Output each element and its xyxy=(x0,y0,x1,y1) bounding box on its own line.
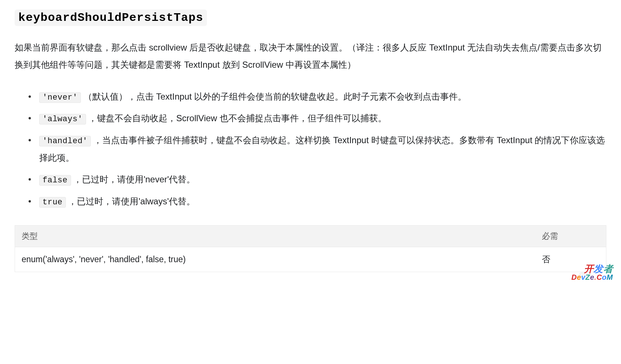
enum-values-list: 'never' （默认值），点击 TextInput 以外的子组件会使当前的软键… xyxy=(15,88,606,211)
enum-desc: （默认值），点击 TextInput 以外的子组件会使当前的软键盘收起。此时子元… xyxy=(83,92,467,101)
enum-code-always: 'always' xyxy=(39,114,86,125)
enum-desc: ，已过时，请使用'never'代替。 xyxy=(73,174,195,184)
enum-code-handled: 'handled' xyxy=(39,136,91,146)
enum-code-never: 'never' xyxy=(39,92,81,103)
list-item: 'handled' ，当点击事件被子组件捕获时，键盘不会自动收起。这样切换 Te… xyxy=(35,132,606,167)
table-cell-type: enum('always', 'never', 'handled', false… xyxy=(15,247,535,272)
watermark-line1: 开发者 xyxy=(572,264,613,274)
table-header-type: 类型 xyxy=(15,225,535,247)
enum-desc: ，已过时，请使用'always'代替。 xyxy=(68,196,195,206)
enum-code-false: false xyxy=(39,175,71,186)
enum-desc: ，当点击事件被子组件捕获时，键盘不会自动收起。这样切换 TextInput 时键… xyxy=(39,135,605,163)
table-header-required: 必需 xyxy=(535,225,606,247)
property-description: 如果当前界面有软键盘，那么点击 scrollview 后是否收起键盘，取决于本属… xyxy=(15,39,606,74)
list-item: true ，已过时，请使用'always'代替。 xyxy=(35,193,606,211)
watermark-logo: 开发者 DevZe.CoM xyxy=(572,264,613,281)
property-type-table: 类型 必需 enum('always', 'never', 'handled',… xyxy=(15,225,606,272)
list-item: 'always' ，键盘不会自动收起，ScrollView 也不会捕捉点击事件，… xyxy=(35,110,606,127)
property-heading: keyboardShouldPersistTaps xyxy=(15,11,606,25)
property-name-code: keyboardShouldPersistTaps xyxy=(15,10,207,26)
table-row: enum('always', 'never', 'handled', false… xyxy=(15,247,606,272)
list-item: 'never' （默认值），点击 TextInput 以外的子组件会使当前的软键… xyxy=(35,88,606,106)
list-item: false ，已过时，请使用'never'代替。 xyxy=(35,171,606,189)
watermark-line2: DevZe.CoM xyxy=(572,274,613,281)
enum-desc: ，键盘不会自动收起，ScrollView 也不会捕捉点击事件，但子组件可以捕获。 xyxy=(88,113,386,123)
enum-code-true: true xyxy=(39,197,66,208)
